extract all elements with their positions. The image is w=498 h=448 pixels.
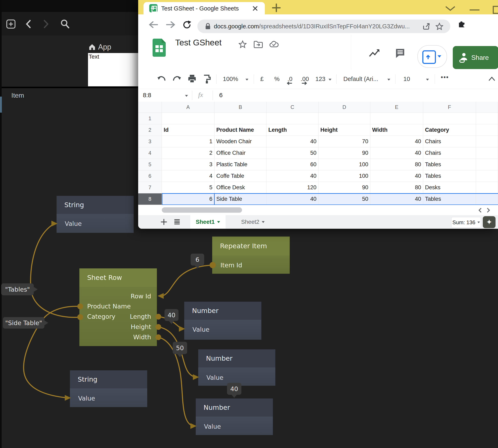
font-size-dropdown-icon[interactable] xyxy=(426,78,429,81)
cell-E7[interactable]: 80 xyxy=(370,182,423,193)
share-button[interactable]: Share xyxy=(453,46,498,69)
cell-A3[interactable]: 1 xyxy=(162,136,215,147)
column-header-A[interactable]: A xyxy=(162,102,215,113)
extensions-icon[interactable] xyxy=(457,20,466,29)
column-header-F[interactable]: F xyxy=(423,102,476,113)
home-icon[interactable] xyxy=(89,44,96,50)
cell-A1[interactable] xyxy=(162,113,215,124)
sheet2-menu-icon[interactable] xyxy=(262,221,265,223)
cell-G3[interactable] xyxy=(476,136,498,147)
cell-D7[interactable]: 90 xyxy=(318,182,370,193)
cell-D1[interactable] xyxy=(318,113,370,124)
port-category[interactable]: Category xyxy=(87,313,115,320)
tab-close-icon[interactable] xyxy=(252,5,258,12)
doc-title[interactable]: Test GSheet xyxy=(175,38,222,48)
undo-icon[interactable] xyxy=(157,75,166,83)
cell-E2[interactable]: Width xyxy=(370,124,423,136)
port-height[interactable]: Height xyxy=(131,323,151,330)
sum-indicator[interactable]: Sum: 136 xyxy=(451,217,481,228)
share-icon[interactable] xyxy=(423,23,430,30)
cell-A7[interactable]: 5 xyxy=(162,182,215,193)
cell-F2[interactable]: Category xyxy=(423,124,476,136)
cell-D5[interactable]: 100 xyxy=(318,159,370,170)
cell-B3[interactable]: Wooden Chair xyxy=(215,136,266,147)
nav-back-icon[interactable] xyxy=(149,21,158,28)
cell-A5[interactable]: 3 xyxy=(162,159,215,170)
cell-A6[interactable]: 4 xyxy=(162,170,215,182)
cell-D6[interactable]: 100 xyxy=(318,170,370,182)
node-number-1[interactable]: Number Value xyxy=(184,302,261,340)
present-button[interactable] xyxy=(417,45,447,68)
cell-D4[interactable]: 90 xyxy=(318,147,370,159)
add-node-icon[interactable] xyxy=(6,19,16,29)
cell-F1[interactable] xyxy=(423,113,476,124)
cell-G7[interactable] xyxy=(476,182,498,193)
cell-B2[interactable]: Product Name xyxy=(215,124,266,136)
bookmark-star-icon[interactable] xyxy=(435,23,443,30)
column-header-D[interactable]: D xyxy=(318,102,370,113)
cell-G8[interactable] xyxy=(476,193,498,205)
cell-F8[interactable]: Tables xyxy=(423,193,476,205)
cell-C5[interactable]: 60 xyxy=(266,159,318,170)
search-icon[interactable] xyxy=(60,19,70,29)
font-dropdown-icon[interactable] xyxy=(387,78,390,81)
scroll-left-icon[interactable] xyxy=(478,208,482,213)
cell-B8[interactable]: Side Table xyxy=(215,193,266,205)
more-toolbar-icon[interactable]: ••• xyxy=(441,74,449,81)
row-header-1[interactable]: 1 xyxy=(138,113,162,124)
row-header-4[interactable]: 4 xyxy=(138,147,162,159)
cell-B4[interactable]: Office Chair xyxy=(215,147,266,159)
all-sheets-icon[interactable] xyxy=(174,218,181,225)
port-product-name[interactable]: Product Name xyxy=(87,303,131,310)
column-header-E[interactable]: E xyxy=(370,102,423,113)
cell-B1[interactable] xyxy=(215,113,266,124)
port-item-id[interactable]: Item Id xyxy=(220,262,242,269)
port-value[interactable]: Value xyxy=(204,423,221,430)
port-value[interactable]: Value xyxy=(78,395,95,402)
app-breadcrumb[interactable]: App xyxy=(98,43,111,51)
font-select[interactable]: Default (Ari... xyxy=(343,76,378,82)
zoom-dropdown-icon[interactable] xyxy=(246,78,248,81)
chevron-down-icon[interactable] xyxy=(445,5,456,12)
node-string-bottom[interactable]: String Value xyxy=(70,370,147,407)
cell-G2[interactable] xyxy=(476,124,498,136)
cell-F7[interactable]: Desks xyxy=(423,182,476,193)
node-repeater-item[interactable]: Repeater Item Item Id xyxy=(212,237,290,274)
node-string-top[interactable]: String Value xyxy=(57,196,134,233)
cell-F6[interactable]: Tables xyxy=(423,170,476,182)
percent-format[interactable]: % xyxy=(274,76,280,82)
move-folder-icon[interactable] xyxy=(254,41,263,48)
more-formats-dropdown-icon[interactable] xyxy=(329,78,332,81)
row-header-2[interactable]: 2 xyxy=(138,124,162,136)
print-icon[interactable] xyxy=(187,74,197,83)
cell-E6[interactable]: 40 xyxy=(370,170,423,182)
cell-G5[interactable] xyxy=(476,159,498,170)
sheet1-menu-icon[interactable] xyxy=(217,221,220,223)
collapse-toolbar-icon[interactable] xyxy=(488,76,496,81)
row-header-5[interactable]: 5 xyxy=(138,159,162,170)
minimize-icon[interactable] xyxy=(470,9,480,11)
url-bar[interactable]: docs.google.com/spreadsheets/d/1D3IRuxIl… xyxy=(197,19,450,33)
active-cell-A8[interactable] xyxy=(162,193,215,205)
new-tab-icon[interactable] xyxy=(271,3,281,13)
cell-G1[interactable] xyxy=(476,113,498,124)
forward-icon[interactable] xyxy=(43,20,49,28)
port-row-id[interactable]: Row Id xyxy=(131,293,151,300)
grid-corner[interactable] xyxy=(138,102,162,113)
cell-C4[interactable]: 50 xyxy=(266,147,318,159)
cell-G6[interactable] xyxy=(476,170,498,182)
cell-C1[interactable] xyxy=(266,113,318,124)
column-header-C[interactable]: C xyxy=(266,102,318,113)
spreadsheet-grid[interactable]: ABCDEF12IdProduct NameLengthHeightWidthC… xyxy=(138,102,498,205)
node-sheet-row[interactable]: Sheet Row Row Id Product Name Category L… xyxy=(79,268,157,346)
scroll-right-icon[interactable] xyxy=(486,208,491,213)
column-header-B[interactable]: B xyxy=(215,102,266,113)
cell-E5[interactable]: 80 xyxy=(370,159,423,170)
cell-A4[interactable]: 2 xyxy=(162,147,215,159)
port-value[interactable]: Value xyxy=(206,374,223,381)
cell-C7[interactable]: 120 xyxy=(266,182,318,193)
cell-F5[interactable]: Tables xyxy=(423,159,476,170)
maximize-icon[interactable] xyxy=(493,6,498,14)
cell-F3[interactable]: Chairs xyxy=(423,136,476,147)
cell-B7[interactable]: Office Desk xyxy=(215,182,266,193)
